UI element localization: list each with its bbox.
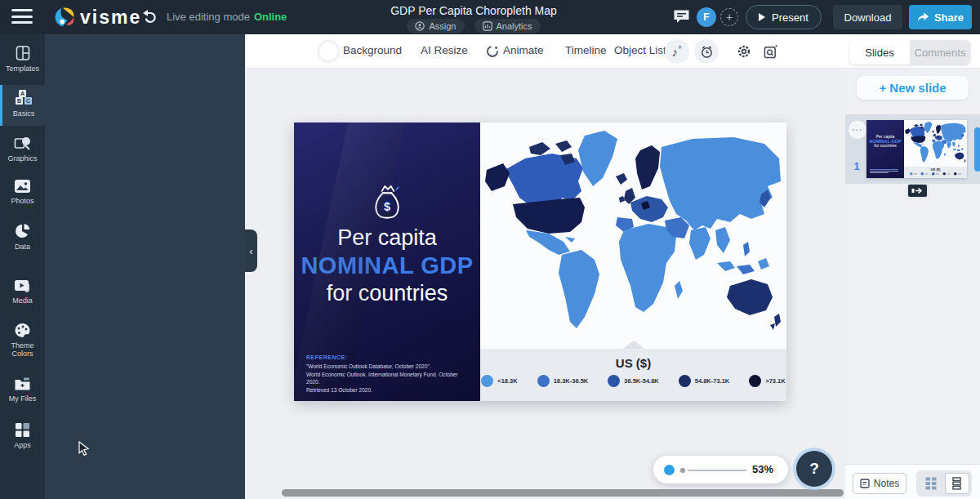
panel-collapse-handle[interactable]: ‹	[245, 229, 257, 272]
animate-icon[interactable]	[480, 39, 505, 64]
zoom-slider-handle[interactable]	[664, 465, 675, 475]
sidebar-item-theme-colors[interactable]: Theme Colors	[0, 319, 45, 369]
tab-comments[interactable]: Comments	[910, 40, 970, 65]
timeline-button[interactable]: Timeline	[565, 44, 607, 56]
legend-item: 54.8K-73.1K	[679, 375, 730, 387]
legend-item: >73.1K	[749, 375, 785, 387]
loading-spinner	[317, 40, 340, 63]
horizontal-scrollbar[interactable]	[282, 489, 844, 497]
sidebar-item-photos[interactable]: Photos	[0, 175, 45, 216]
visme-logo[interactable]: visme	[52, 6, 141, 29]
analytics-button[interactable]: Analytics	[474, 19, 541, 33]
sidebar-item-my-files[interactable]: My Files	[0, 372, 45, 413]
timer-icon[interactable]	[694, 39, 719, 64]
left-rail: Templates A B C Basics Graphics Photos D…	[0, 34, 45, 499]
object-list-button[interactable]: Object List	[614, 44, 666, 56]
legend-item: 36.5K-54.8K	[608, 375, 659, 387]
sidebar-item-templates[interactable]: Templates	[0, 41, 45, 80]
slide[interactable]: $ Per capita NOMINAL GDP for countries R…	[294, 123, 786, 401]
play-icon	[759, 13, 765, 21]
media-icon	[14, 278, 31, 293]
thumbnail-map	[904, 120, 967, 167]
sidebar-item-basics[interactable]: A B C Basics	[0, 85, 45, 126]
slide-number: 1	[848, 160, 866, 172]
animate-button[interactable]: Animate	[503, 44, 544, 56]
slide-kicker: Per capita	[294, 225, 480, 251]
choropleth-world-map	[480, 123, 786, 349]
notes-button[interactable]: Notes	[853, 473, 906, 494]
data-icon	[15, 223, 31, 239]
visme-logo-mark-icon	[52, 6, 75, 29]
help-button[interactable]: ?	[796, 451, 832, 487]
online-badge: Online	[254, 11, 287, 23]
slide-options-icon[interactable]: ···	[849, 121, 866, 139]
slide-transition-button[interactable]	[906, 183, 929, 198]
photos-icon	[14, 179, 31, 194]
money-bag-icon: $	[370, 183, 404, 222]
my-files-icon	[14, 376, 31, 391]
visme-editor: visme Live editing modeOnline GDP Per Ca…	[0, 0, 980, 499]
svg-text:$: $	[384, 200, 390, 213]
thumbnail-title-panel: Per capita NOMINAL GDP for countries	[866, 120, 904, 178]
legend-item: <18.3K	[481, 375, 517, 387]
basics-icon: A B C	[15, 89, 33, 106]
svg-text:C: C	[26, 98, 30, 104]
slides-panel-footer: Notes	[845, 464, 980, 499]
undo-icon[interactable]	[140, 9, 157, 25]
graphics-icon	[14, 135, 32, 151]
view-toggle	[916, 470, 972, 497]
panel-tabs: Slides Comments	[849, 40, 970, 65]
legend-title: US ($)	[480, 356, 786, 370]
templates-icon	[15, 45, 31, 61]
topbar: visme Live editing modeOnline GDP Per Ca…	[0, 0, 980, 34]
tab-slides[interactable]: Slides	[849, 40, 910, 65]
editor-toolbar: Background AI Resize Animate Timeline Ob…	[245, 34, 980, 69]
settings-gear-icon[interactable]	[732, 39, 756, 64]
map-legend: US ($) <18.3K 18.3K-36.5K 36.5K-54.8K 54…	[480, 349, 786, 401]
sidebar-item-data[interactable]: Data	[0, 219, 45, 260]
preview-icon[interactable]	[758, 39, 782, 64]
list-view-button[interactable]	[945, 473, 969, 494]
grid-view-button[interactable]	[919, 473, 943, 494]
new-slide-button[interactable]: + New slide	[857, 76, 969, 100]
music-icon[interactable]: ♪+	[665, 39, 689, 64]
slide-reference: REFERENCE: "World Economic Outlook Datab…	[306, 354, 470, 394]
zoom-slider-dot	[680, 468, 685, 473]
present-button[interactable]: Present	[746, 5, 822, 29]
sidebar-item-apps[interactable]: Apps	[0, 418, 45, 459]
slide-subtitle: for countries	[294, 281, 480, 306]
hamburger-menu-icon[interactable]	[11, 9, 33, 25]
svg-text:B: B	[17, 98, 21, 104]
legend-item: 18.3K-36.5K	[537, 375, 589, 387]
live-editing-status: Live editing modeOnline	[167, 11, 287, 23]
analytics-chart-icon	[483, 21, 492, 31]
slide-thumbnail[interactable]: Per capita NOMINAL GDP for countries US …	[866, 120, 967, 178]
document-title: GDP Per Capita Choropleth Map	[310, 4, 637, 17]
blocks-panel	[45, 34, 245, 499]
user-avatar[interactable]: F	[697, 7, 716, 27]
ai-resize-button[interactable]: AI Resize	[421, 44, 468, 56]
thumbnail-legend: US ($)	[904, 167, 967, 178]
slide-scroll-indicator[interactable]	[974, 127, 980, 172]
slides-panel: + New slide ··· 1 Per capita NOMINAL GDP…	[845, 69, 980, 499]
svg-text:A: A	[20, 91, 24, 96]
apps-icon	[15, 422, 30, 438]
zoom-value: 53%	[752, 463, 773, 475]
assign-button[interactable]: Assign	[407, 19, 464, 33]
theme-colors-icon	[14, 323, 31, 338]
slide-title-text: NOMINAL GDP	[294, 252, 480, 279]
zoom-control: 53%	[653, 456, 788, 483]
legend-pointer	[623, 341, 644, 349]
visme-logo-text: visme	[80, 6, 141, 29]
slide-title-panel: $ Per capita NOMINAL GDP for countries R…	[294, 123, 480, 401]
sidebar-item-graphics[interactable]: Graphics	[0, 131, 45, 172]
background-button[interactable]: Background	[343, 44, 402, 56]
zoom-slider-track[interactable]	[688, 470, 746, 471]
slide-thumbnail-row: ··· 1 Per capita NOMINAL GDP for countri…	[845, 114, 980, 184]
sidebar-item-media[interactable]: Media	[0, 274, 45, 315]
add-collaborator-icon[interactable]: +	[720, 8, 738, 26]
share-button[interactable]: Share	[909, 5, 972, 29]
comments-icon[interactable]	[673, 9, 690, 25]
download-button[interactable]: Download	[833, 5, 902, 29]
notes-icon	[860, 479, 870, 488]
